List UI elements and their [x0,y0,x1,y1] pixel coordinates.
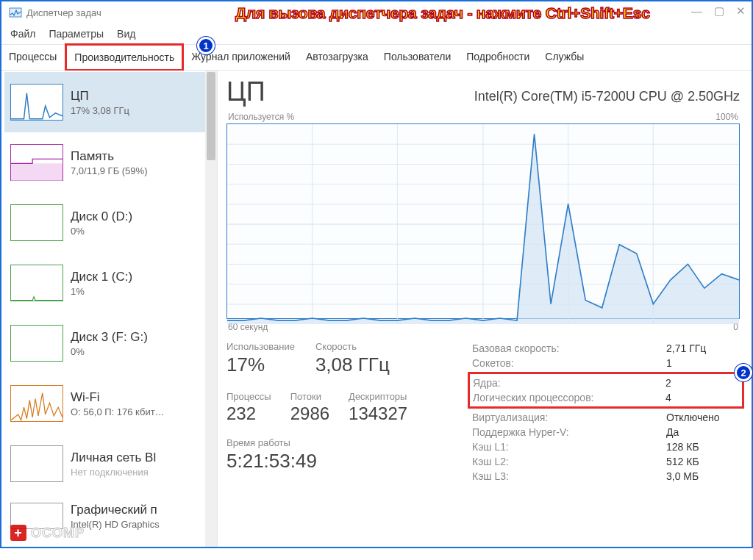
sidebar-item-label: Диск 0 (D:) [71,209,132,224]
watermark: + OCOMP [10,525,85,541]
sidebar-item-disk3[interactable]: Диск 3 (F: G:) 0% [4,313,217,373]
speed-value: 3,08 ГГц [315,353,390,376]
watermark-text: OCOMP [31,525,85,541]
scrollbar-thumb[interactable] [207,72,215,160]
sidebar-item-disk1[interactable]: Диск 1 (C:) 1% [4,253,217,313]
sidebar-item-sub: 7,0/11,9 ГБ (59%) [71,165,147,176]
main-panel: ЦП Intel(R) Core(TM) i5-7200U CPU @ 2.50… [218,71,752,547]
sidebar-item-wifi[interactable]: Wi-Fi О: 56,0 П: 176 кбит… [4,373,217,434]
tab-services[interactable]: Службы [538,45,592,70]
sockets-value: 1 [666,357,740,369]
plus-icon: + [10,525,26,541]
task-manager-icon [9,6,22,19]
usage-value: 17% [226,353,295,376]
hyperv-label: Поддержка Hyper-V: [472,426,569,438]
window-title: Диспетчер задач [26,7,101,18]
processes-label: Процессы [226,391,271,402]
threads-value: 2986 [290,403,329,424]
menu-view[interactable]: Вид [113,26,140,41]
sidebar-item-label: Диск 1 (C:) [71,270,132,284]
sidebar-item-label: Графический п [71,503,160,517]
cores-label: Ядра: [473,377,501,389]
handles-value: 134327 [349,403,407,424]
svg-rect-1 [11,163,63,180]
stats-section: Использование 17% Скорость 3,08 ГГц Проц… [226,341,740,484]
l2-cache-label: Кэш L2: [472,456,509,467]
l2-cache-value: 512 КБ [666,456,740,467]
annotation-bubble-2: 2 [735,364,752,381]
sidebar-item-sub: Нет подключения [71,467,156,478]
chart-y-label: Используется % [228,112,294,122]
virtualization-value: Отключено [666,412,740,423]
cpu-model-name: Intel(R) Core(TM) i5-7200U CPU @ 2.50GHz [474,89,740,104]
content-area: ЦП 17% 3,08 ГГц Память 7,0/11,9 ГБ (59%) [1,71,752,547]
task-manager-window: Диспетчер задач — ▢ ✕ Для вызова диспетч… [0,0,753,548]
sidebar-item-memory[interactable]: Память 7,0/11,9 ГБ (59%) [4,132,217,193]
usage-label: Использование [226,341,295,352]
annotation-bubble-1: 1 [197,37,215,54]
processes-value: 232 [226,403,271,424]
sidebar-item-sub: 0% [71,346,148,357]
cores-value: 2 [665,377,739,389]
sidebar-item-sub: 1% [71,286,132,297]
sidebar-item-bluetooth[interactable]: Личная сеть Bl Нет подключения [4,434,217,494]
uptime-label: Время работы [226,437,447,448]
close-button[interactable]: ✕ [736,4,746,18]
wifi-thumb-icon [10,385,63,422]
minimize-button[interactable]: — [691,4,702,18]
cpu-usage-chart[interactable] [226,123,740,319]
disk-thumb-icon [10,204,63,241]
base-speed-label: Базовая скорость: [472,342,560,354]
page-title: ЦП [226,76,265,107]
tabs: Процессы Производительность Журнал прило… [1,44,752,71]
handles-label: Дескрипторы [349,391,407,402]
tab-details[interactable]: Подробности [459,45,538,70]
l3-cache-value: 3,0 МБ [666,470,740,482]
menu-file[interactable]: Файл [6,26,40,41]
annotation-highlight-box: Ядра:2 Логических процессоров:4 2 [468,372,744,409]
speed-label: Скорость [315,341,390,352]
hyperv-value: Да [666,426,740,438]
sidebar-item-label: Wi-Fi [71,390,165,405]
sidebar-item-label: Личная сеть Bl [71,450,156,465]
l1-cache-label: Кэш L1: [472,441,509,453]
tab-users[interactable]: Пользователи [376,45,459,70]
disk-thumb-icon [10,265,63,301]
network-thumb-icon [10,445,63,482]
window-controls: — ▢ ✕ [691,4,746,18]
memory-thumb-icon [10,144,63,181]
sidebar-item-sub: О: 56,0 П: 176 кбит… [71,406,165,417]
sidebar: ЦП 17% 3,08 ГГц Память 7,0/11,9 ГБ (59%) [1,71,218,547]
tab-startup[interactable]: Автозагрузка [299,45,376,70]
virtualization-label: Виртуализация: [472,412,548,423]
logical-processors-label: Логических процессоров: [473,392,593,403]
disk-thumb-icon [10,325,63,362]
maximize-button[interactable]: ▢ [714,4,724,18]
sidebar-item-label: ЦП [71,89,129,104]
tab-performance[interactable]: Производительность [65,43,184,71]
base-speed-value: 2,71 ГГц [666,342,740,354]
sidebar-item-sub: 17% 3,08 ГГц [71,105,129,116]
uptime-value: 5:21:53:49 [226,450,447,473]
l1-cache-value: 128 КБ [666,441,740,453]
l3-cache-label: Кэш L3: [472,470,509,482]
sidebar-item-disk0[interactable]: Диск 0 (D:) 0% [4,193,217,253]
sidebar-item-label: Память [71,149,147,164]
cpu-details: Базовая скорость:2,71 ГГц Сокетов:1 Ядра… [472,341,740,484]
tab-processes[interactable]: Процессы [1,45,65,70]
sidebar-scrollbar[interactable] [205,71,217,547]
cpu-thumb-icon [10,84,63,121]
threads-label: Потоки [290,391,329,402]
sidebar-item-label: Диск 3 (F: G:) [71,330,148,345]
sidebar-list: ЦП 17% 3,08 ГГц Память 7,0/11,9 ГБ (59%) [1,71,217,538]
chart-y-max: 100% [715,112,738,122]
menubar: Файл Параметры Вид [1,24,752,44]
menu-options[interactable]: Параметры [44,26,108,41]
annotation-hint: Для вызова диспетчера задач - нажмите Ct… [235,4,650,22]
sidebar-item-cpu[interactable]: ЦП 17% 3,08 ГГц [4,72,217,132]
logical-processors-value: 4 [665,392,739,403]
sidebar-item-sub: 0% [71,226,132,237]
sockets-label: Сокетов: [472,357,514,369]
